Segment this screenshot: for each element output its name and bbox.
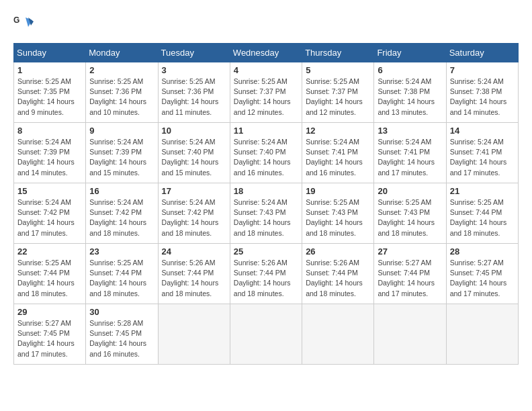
daylight-text: Daylight: 14 hours and 12 minutes. <box>234 97 298 117</box>
sunrise-text: Sunrise: 5:26 AM <box>306 258 370 268</box>
sunrise-text: Sunrise: 5:24 AM <box>234 137 298 147</box>
daylight-text: Daylight: 14 hours and 9 minutes. <box>17 97 82 117</box>
calendar-day-cell: 18 Sunrise: 5:24 AM Sunset: 7:43 PM Dayl… <box>230 183 302 244</box>
day-number: 22 <box>17 246 82 257</box>
calendar-day-cell: 24 Sunrise: 5:26 AM Sunset: 7:44 PM Dayl… <box>158 244 230 304</box>
sunset-text: Sunset: 7:44 PM <box>450 208 515 218</box>
day-info: Sunrise: 5:24 AM Sunset: 7:42 PM Dayligh… <box>17 197 82 238</box>
sunset-text: Sunset: 7:44 PM <box>306 268 370 278</box>
sunrise-text: Sunrise: 5:25 AM <box>162 77 226 87</box>
logo-icon: G <box>13 13 34 36</box>
sunset-text: Sunset: 7:41 PM <box>378 147 442 157</box>
daylight-text: Daylight: 14 hours and 18 minutes. <box>234 278 298 298</box>
daylight-text: Daylight: 14 hours and 14 minutes. <box>450 97 515 117</box>
day-number: 27 <box>378 246 442 257</box>
calendar-day-cell: 29 Sunrise: 5:27 AM Sunset: 7:45 PM Dayl… <box>14 304 86 365</box>
calendar-day-cell: 3 Sunrise: 5:25 AM Sunset: 7:36 PM Dayli… <box>158 62 230 123</box>
day-info: Sunrise: 5:28 AM Sunset: 7:45 PM Dayligh… <box>89 318 154 359</box>
daylight-text: Daylight: 14 hours and 18 minutes. <box>306 278 370 298</box>
day-number: 15 <box>17 186 82 196</box>
sunset-text: Sunset: 7:41 PM <box>306 147 370 157</box>
calendar-day-cell: 28 Sunrise: 5:27 AM Sunset: 7:45 PM Dayl… <box>446 244 518 304</box>
sunrise-text: Sunrise: 5:24 AM <box>378 137 442 147</box>
calendar-day-cell: 7 Sunrise: 5:24 AM Sunset: 7:38 PM Dayli… <box>446 62 518 123</box>
sunset-text: Sunset: 7:44 PM <box>234 268 298 278</box>
sunset-text: Sunset: 7:38 PM <box>450 87 515 97</box>
calendar-day-cell: 21 Sunrise: 5:25 AM Sunset: 7:44 PM Dayl… <box>446 183 518 244</box>
day-number: 8 <box>17 126 82 136</box>
sunset-text: Sunset: 7:39 PM <box>89 147 154 157</box>
calendar-table: SundayMondayTuesdayWednesdayThursdayFrid… <box>13 43 519 365</box>
calendar-day-cell: 9 Sunrise: 5:24 AM Sunset: 7:39 PM Dayli… <box>86 123 158 183</box>
svg-text:G: G <box>13 15 19 25</box>
sunrise-text: Sunrise: 5:24 AM <box>89 197 154 208</box>
daylight-text: Daylight: 14 hours and 18 minutes. <box>306 218 370 238</box>
daylight-text: Daylight: 14 hours and 11 minutes. <box>162 97 226 117</box>
daylight-text: Daylight: 14 hours and 17 minutes. <box>17 218 82 238</box>
daylight-text: Daylight: 14 hours and 15 minutes. <box>162 157 226 177</box>
calendar-day-cell: 19 Sunrise: 5:25 AM Sunset: 7:43 PM Dayl… <box>302 183 374 244</box>
day-number: 19 <box>306 186 370 196</box>
day-info: Sunrise: 5:26 AM Sunset: 7:44 PM Dayligh… <box>234 258 298 299</box>
daylight-text: Daylight: 14 hours and 16 minutes. <box>306 157 370 177</box>
calendar-header-row: SundayMondayTuesdayWednesdayThursdayFrid… <box>14 44 519 62</box>
calendar-day-cell: 14 Sunrise: 5:24 AM Sunset: 7:41 PM Dayl… <box>446 123 518 183</box>
sunset-text: Sunset: 7:40 PM <box>234 147 298 157</box>
sunset-text: Sunset: 7:44 PM <box>378 268 442 278</box>
sunset-text: Sunset: 7:42 PM <box>162 208 226 218</box>
day-number: 13 <box>378 126 442 136</box>
day-info: Sunrise: 5:24 AM Sunset: 7:41 PM Dayligh… <box>450 137 515 178</box>
day-number: 12 <box>306 126 370 136</box>
calendar-day-cell: 12 Sunrise: 5:24 AM Sunset: 7:41 PM Dayl… <box>302 123 374 183</box>
calendar-week-row: 29 Sunrise: 5:27 AM Sunset: 7:45 PM Dayl… <box>14 304 519 365</box>
day-info: Sunrise: 5:25 AM Sunset: 7:36 PM Dayligh… <box>162 77 226 118</box>
day-number: 11 <box>234 126 298 136</box>
day-info: Sunrise: 5:25 AM Sunset: 7:44 PM Dayligh… <box>17 258 82 299</box>
day-info: Sunrise: 5:24 AM Sunset: 7:40 PM Dayligh… <box>234 137 298 178</box>
sunrise-text: Sunrise: 5:24 AM <box>450 77 515 87</box>
daylight-text: Daylight: 14 hours and 18 minutes. <box>162 278 226 298</box>
daylight-text: Daylight: 14 hours and 17 minutes. <box>17 338 82 359</box>
sunrise-text: Sunrise: 5:24 AM <box>162 197 226 208</box>
day-number: 6 <box>378 65 442 75</box>
daylight-text: Daylight: 14 hours and 17 minutes. <box>450 157 515 177</box>
sunrise-text: Sunrise: 5:27 AM <box>17 318 82 328</box>
calendar-day-cell: 5 Sunrise: 5:25 AM Sunset: 7:37 PM Dayli… <box>302 62 374 123</box>
sunrise-text: Sunrise: 5:25 AM <box>17 77 82 87</box>
calendar-day-cell <box>446 304 518 365</box>
day-info: Sunrise: 5:24 AM Sunset: 7:38 PM Dayligh… <box>450 77 515 118</box>
day-info: Sunrise: 5:25 AM Sunset: 7:37 PM Dayligh… <box>234 77 298 118</box>
calendar-day-cell: 15 Sunrise: 5:24 AM Sunset: 7:42 PM Dayl… <box>14 183 86 244</box>
sunrise-text: Sunrise: 5:25 AM <box>17 258 82 268</box>
day-info: Sunrise: 5:25 AM Sunset: 7:44 PM Dayligh… <box>450 197 515 238</box>
sunrise-text: Sunrise: 5:24 AM <box>17 137 82 147</box>
calendar-day-cell: 17 Sunrise: 5:24 AM Sunset: 7:42 PM Dayl… <box>158 183 230 244</box>
day-number: 28 <box>450 246 515 257</box>
day-number: 18 <box>234 186 298 196</box>
sunset-text: Sunset: 7:37 PM <box>306 87 370 97</box>
calendar-day-cell: 16 Sunrise: 5:24 AM Sunset: 7:42 PM Dayl… <box>86 183 158 244</box>
day-number: 3 <box>162 65 226 75</box>
daylight-text: Daylight: 14 hours and 15 minutes. <box>89 157 154 177</box>
sunrise-text: Sunrise: 5:24 AM <box>234 197 298 208</box>
day-number: 21 <box>450 186 515 196</box>
daylight-text: Daylight: 14 hours and 14 minutes. <box>17 157 82 177</box>
day-info: Sunrise: 5:27 AM Sunset: 7:45 PM Dayligh… <box>450 258 515 299</box>
day-info: Sunrise: 5:27 AM Sunset: 7:44 PM Dayligh… <box>378 258 442 299</box>
day-header-saturday: Saturday <box>446 44 518 62</box>
sunrise-text: Sunrise: 5:25 AM <box>450 197 515 208</box>
day-info: Sunrise: 5:25 AM Sunset: 7:43 PM Dayligh… <box>378 197 442 238</box>
day-number: 30 <box>89 307 154 317</box>
daylight-text: Daylight: 14 hours and 18 minutes. <box>89 218 154 238</box>
sunset-text: Sunset: 7:43 PM <box>234 208 298 218</box>
calendar-day-cell <box>302 304 374 365</box>
calendar-day-cell: 22 Sunrise: 5:25 AM Sunset: 7:44 PM Dayl… <box>14 244 86 304</box>
calendar-day-cell: 27 Sunrise: 5:27 AM Sunset: 7:44 PM Dayl… <box>374 244 446 304</box>
calendar-day-cell: 26 Sunrise: 5:26 AM Sunset: 7:44 PM Dayl… <box>302 244 374 304</box>
sunrise-text: Sunrise: 5:25 AM <box>234 77 298 87</box>
day-info: Sunrise: 5:24 AM Sunset: 7:43 PM Dayligh… <box>234 197 298 238</box>
daylight-text: Daylight: 14 hours and 10 minutes. <box>89 97 154 117</box>
day-info: Sunrise: 5:26 AM Sunset: 7:44 PM Dayligh… <box>162 258 226 299</box>
day-number: 14 <box>450 126 515 136</box>
day-header-sunday: Sunday <box>14 44 86 62</box>
